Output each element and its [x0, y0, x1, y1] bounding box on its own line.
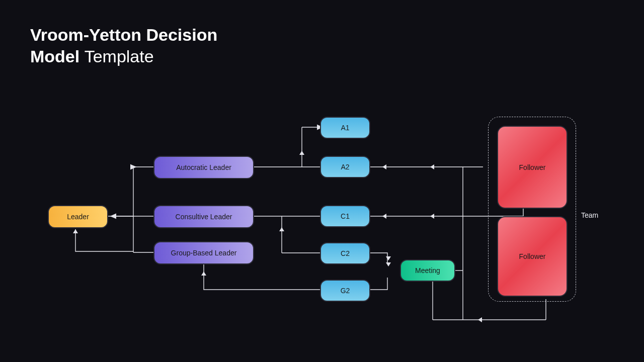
slide-title: Vroom-Yetton Decision Model Template	[30, 24, 217, 67]
svg-marker-5	[430, 164, 434, 169]
svg-marker-7	[430, 214, 434, 219]
node-c2-label: C2	[341, 249, 350, 257]
slide: Vroom-Yetton Decision Model Template	[0, 0, 644, 362]
svg-marker-8	[478, 317, 482, 322]
svg-marker-1	[299, 151, 304, 155]
title-line2: Model Template	[30, 46, 217, 67]
node-follower-1: Follower	[497, 126, 568, 209]
node-c1: C1	[320, 205, 370, 227]
node-leader-label: Leader	[67, 213, 89, 221]
title-line1: Vroom-Yetton Decision	[30, 24, 217, 46]
node-group-based-leader: Group-Based Leader	[153, 241, 254, 264]
svg-marker-9	[386, 256, 391, 260]
node-a1-label: A1	[341, 124, 349, 132]
node-a2: A2	[320, 156, 370, 178]
svg-marker-2	[279, 227, 284, 231]
node-consultive-label: Consultive Leader	[176, 213, 232, 221]
node-autocratic-label: Autocratic Leader	[176, 163, 231, 171]
team-label: Team	[581, 211, 598, 219]
svg-marker-3	[201, 272, 206, 276]
svg-marker-10	[386, 262, 391, 266]
svg-marker-0	[73, 229, 78, 233]
node-follower-2: Follower	[497, 216, 568, 297]
title-line2-bold: Model	[30, 47, 79, 66]
node-leader: Leader	[48, 205, 108, 228]
svg-marker-6	[382, 214, 386, 219]
node-groupbased-label: Group-Based Leader	[171, 249, 237, 257]
node-autocratic-leader: Autocratic Leader	[153, 156, 254, 179]
node-c2: C2	[320, 242, 370, 264]
node-g2-label: G2	[341, 287, 350, 295]
node-follower1-label: Follower	[519, 163, 546, 171]
node-meeting-label: Meeting	[415, 266, 440, 275]
node-g2: G2	[320, 280, 370, 302]
node-meeting: Meeting	[400, 259, 455, 282]
title-line2-thin: Template	[85, 47, 154, 66]
node-c1-label: C1	[341, 212, 350, 220]
node-follower2-label: Follower	[519, 252, 546, 260]
svg-marker-4	[382, 164, 386, 169]
node-a1: A1	[320, 117, 370, 139]
node-consultive-leader: Consultive Leader	[153, 205, 254, 228]
node-a2-label: A2	[341, 163, 349, 171]
